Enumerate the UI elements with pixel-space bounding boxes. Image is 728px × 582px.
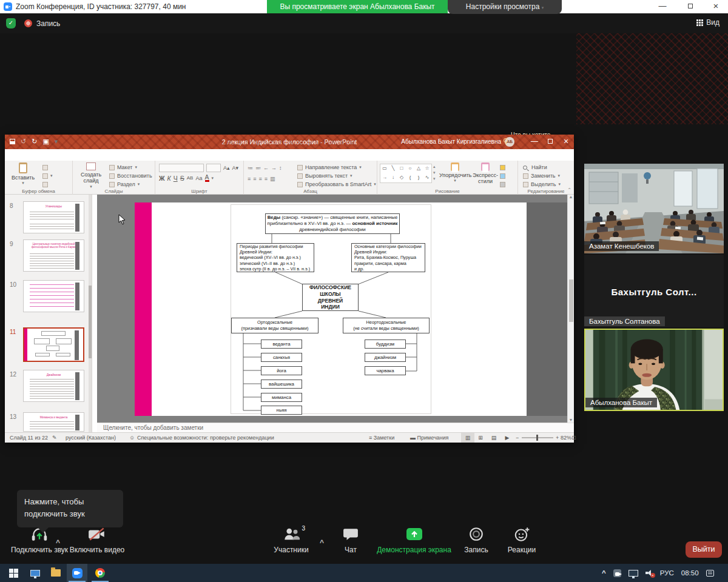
- reactions-button[interactable]: Реакции: [500, 526, 543, 554]
- arrange-button[interactable]: Упорядочить ▾: [439, 162, 471, 183]
- shape-fill-button[interactable]: [500, 163, 505, 172]
- undo-icon[interactable]: ↺: [21, 136, 26, 146]
- notification-center-icon[interactable]: [706, 570, 714, 577]
- character-spacing-icon[interactable]: АВ: [187, 174, 194, 182]
- justify-icon[interactable]: ≡: [265, 175, 268, 183]
- tray-expand-chevron[interactable]: ^: [602, 569, 606, 577]
- increase-indent-icon[interactable]: →: [271, 164, 277, 172]
- language-status[interactable]: русский (Казахстан): [66, 433, 116, 443]
- italic-icon[interactable]: К: [167, 174, 171, 182]
- leave-button[interactable]: Выйти: [686, 541, 722, 558]
- minimize-button[interactable]: —: [650, 0, 675, 13]
- shrink-font-icon[interactable]: А▾: [232, 164, 239, 172]
- qat-customize-icon[interactable]: ▾: [55, 136, 58, 146]
- share-button[interactable]: Поделиться: [530, 149, 569, 161]
- video-tile-speaker[interactable]: Абылханова Бакыт: [584, 329, 724, 411]
- new-slide-button[interactable]: Создать слайд ▾: [76, 162, 106, 189]
- cut-icon[interactable]: [42, 165, 48, 170]
- bullets-icon[interactable]: ≔: [248, 164, 253, 172]
- taskbar-chrome[interactable]: [90, 564, 110, 582]
- tray-speaker-muted-icon[interactable]: ×: [645, 570, 653, 576]
- shape-outline-button[interactable]: [500, 172, 505, 180]
- participants-options-chevron[interactable]: ^: [320, 538, 324, 547]
- participants-button[interactable]: 3 Участники: [264, 526, 318, 554]
- text-direction-button[interactable]: Направление текста▾: [297, 163, 376, 172]
- tray-clock[interactable]: 08:50: [681, 569, 699, 577]
- align-right-icon[interactable]: ≡: [259, 175, 262, 183]
- line-spacing-icon[interactable]: ↕: [279, 164, 282, 172]
- copy-icon[interactable]: [42, 173, 48, 179]
- collapse-ribbon-icon[interactable]: ⌃: [567, 187, 571, 193]
- bold-icon[interactable]: Ж: [159, 174, 165, 182]
- zoom-slider[interactable]: [522, 437, 553, 438]
- tray-language[interactable]: РУС: [660, 569, 674, 577]
- taskbar-this-pc[interactable]: [25, 564, 45, 582]
- slideshow-view-icon[interactable]: ▶: [502, 433, 512, 443]
- quick-styles-button[interactable]: Экспресс- стили: [472, 162, 499, 185]
- audio-options-chevron[interactable]: ^: [56, 538, 60, 547]
- taskbar-file-explorer[interactable]: [46, 564, 66, 582]
- tray-display-icon[interactable]: [629, 570, 638, 577]
- paste-button[interactable]: Вставить ▾: [10, 162, 36, 186]
- format-painter-icon[interactable]: [42, 182, 48, 187]
- maximize-button[interactable]: [678, 0, 703, 13]
- shapes-gallery[interactable]: ▭╲□○△☆ →↓◇{}∿: [380, 164, 432, 183]
- thumbnail-slide-8[interactable]: 8 Упанишады: [5, 201, 90, 235]
- layout-button[interactable]: Макет▾: [109, 163, 152, 172]
- comments-toggle[interactable]: ▬ Примечания: [410, 433, 448, 443]
- notes-pane[interactable]: Щелкните, чтобы добавить заметки: [97, 423, 574, 432]
- record-button[interactable]: Запись: [458, 526, 494, 554]
- slideshow-icon[interactable]: ▣: [42, 136, 49, 146]
- decrease-indent-icon[interactable]: ←: [263, 164, 269, 172]
- video-tile-classroom[interactable]: Азамат Кенешбеков: [584, 164, 724, 253]
- smartart-button[interactable]: Преобразовать в SmartArt▾: [297, 180, 376, 189]
- thumbnail-slide-12[interactable]: 12 Джайнизм: [5, 370, 90, 404]
- change-case-icon[interactable]: Аа: [195, 174, 202, 182]
- thumbnail-slide-9[interactable]: 9 Центральные понятия индийской философс…: [5, 239, 90, 273]
- section-button[interactable]: Раздел▾: [109, 180, 152, 189]
- ppt-minimize-button[interactable]: —: [527, 135, 542, 149]
- view-button[interactable]: Вид: [696, 18, 720, 27]
- thumbnail-slide-10[interactable]: 10: [5, 280, 90, 314]
- fit-slide-icon[interactable]: ⊡: [571, 433, 576, 443]
- columns-icon[interactable]: ▥: [270, 175, 275, 183]
- strikethrough-icon[interactable]: S: [180, 174, 184, 182]
- redo-icon[interactable]: ↻: [32, 136, 37, 146]
- start-button[interactable]: [4, 564, 23, 582]
- slide-sorter-icon[interactable]: ⊞: [476, 433, 485, 443]
- select-button[interactable]: Выделить▾: [523, 180, 561, 189]
- zoom-in-icon[interactable]: +: [556, 433, 559, 443]
- thumbnails-scrollbar[interactable]: [89, 195, 92, 432]
- replace-button[interactable]: Заменить▾: [523, 172, 561, 180]
- taskbar-zoom-app[interactable]: [67, 564, 87, 582]
- canvas-scrollbar[interactable]: ▲▼: [567, 195, 574, 423]
- align-left-icon[interactable]: ≡: [248, 175, 251, 183]
- accessibility-status[interactable]: Специальные возможности: проверьте реком…: [137, 433, 274, 443]
- font-name-select[interactable]: [159, 164, 204, 172]
- font-size-select[interactable]: [206, 164, 221, 172]
- save-icon[interactable]: [10, 139, 15, 144]
- shape-effects-button[interactable]: [500, 180, 505, 189]
- chat-button[interactable]: Чат: [331, 526, 371, 554]
- align-center-icon[interactable]: ≡: [253, 175, 256, 183]
- close-button[interactable]: ×: [704, 0, 728, 13]
- share-screen-button[interactable]: Демонстрация экрана: [370, 526, 458, 554]
- zoom-level[interactable]: 82%: [561, 433, 571, 443]
- thumbnail-slide-11-selected[interactable]: 11: [5, 327, 90, 364]
- video-tile-camera-off[interactable]: Бахытгуль Солт... Бахытгуль Солтанова: [584, 255, 724, 327]
- shapes-scroll[interactable]: ▴▾▾: [433, 164, 436, 182]
- grow-font-icon[interactable]: А▴: [223, 164, 230, 172]
- spell-check-icon[interactable]: ✎: [52, 433, 57, 443]
- view-settings-button[interactable]: Настройки просмотра ▾: [448, 0, 562, 14]
- tray-zoom-icon[interactable]: [613, 569, 621, 577]
- notes-toggle[interactable]: ≡ Заметки: [369, 433, 394, 443]
- security-shield-icon[interactable]: ✓: [6, 18, 16, 28]
- normal-view-icon[interactable]: ▥: [461, 433, 474, 443]
- records-button[interactable]: Записи: [502, 149, 522, 161]
- ppt-close-button[interactable]: ×: [558, 135, 574, 149]
- numbering-icon[interactable]: ≕: [255, 164, 261, 172]
- start-video-button[interactable]: Включить видео: [64, 526, 130, 554]
- reading-view-icon[interactable]: ▤: [489, 433, 499, 443]
- underline-icon[interactable]: Ч: [174, 174, 178, 182]
- thumbnail-slide-13[interactable]: 13 Миманса и веданта: [5, 412, 90, 432]
